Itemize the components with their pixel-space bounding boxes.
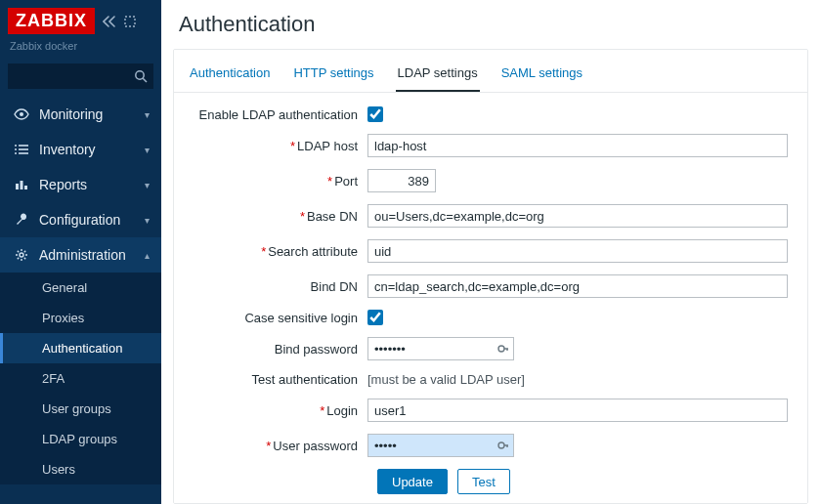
chevron-down-icon: ▾ [145, 109, 150, 120]
collapse-icon[interactable] [103, 16, 116, 27]
page-title: Authentication [179, 12, 802, 37]
binddn-input[interactable] [367, 274, 788, 298]
chevron-up-icon: ▴ [145, 250, 150, 261]
chevron-down-icon: ▾ [145, 215, 150, 226]
wrench-icon [12, 213, 31, 227]
label-ldap-host: *LDAP host [192, 139, 367, 153]
test-button[interactable]: Test [457, 469, 510, 494]
tab-authentication[interactable]: Authentication [188, 60, 272, 92]
list-icon [12, 144, 31, 155]
subnav-2fa[interactable]: 2FA [0, 363, 161, 394]
eye-icon [12, 108, 31, 120]
subnav-general[interactable]: General [0, 273, 161, 303]
basedn-input[interactable] [367, 204, 788, 228]
nav-label: Monitoring [39, 106, 103, 122]
brand-logo: ZABBIX [8, 8, 95, 34]
admin-subnav: General Proxies Authentication 2FA User … [0, 273, 161, 484]
expand-icon[interactable] [124, 16, 136, 27]
label-searchattr: *Search attribute [192, 244, 367, 259]
port-input[interactable] [367, 169, 436, 192]
svg-point-13 [20, 253, 23, 257]
tab-http-settings[interactable]: HTTP settings [291, 60, 375, 92]
label-bindpw: Bind password [192, 342, 367, 357]
searchattr-input[interactable] [367, 239, 788, 263]
chevron-down-icon: ▾ [145, 145, 150, 155]
label-login: *Login [192, 403, 367, 418]
enable-ldap-checkbox[interactable] [367, 106, 383, 122]
subnav-ldap-groups[interactable]: LDAP groups [0, 424, 161, 454]
chart-icon [12, 179, 31, 190]
subnav-user-groups[interactable]: User groups [0, 394, 161, 424]
nav-administration[interactable]: Administration ▴ [0, 237, 161, 273]
chevron-down-icon: ▾ [145, 180, 150, 190]
nav-configuration[interactable]: Configuration ▾ [0, 202, 161, 237]
tabs: Authentication HTTP settings LDAP settin… [174, 50, 807, 93]
nav: Monitoring ▾ Inventory ▾ R [0, 97, 161, 484]
svg-point-3 [20, 112, 23, 116]
login-input[interactable] [367, 399, 788, 422]
nav-label: Inventory [39, 142, 96, 157]
subnav-authentication[interactable]: Authentication [0, 333, 161, 363]
main: Authentication Authentication HTTP setti… [161, 0, 820, 504]
nav-label: Administration [39, 247, 126, 263]
label-casesens: Case sensitive login [192, 311, 367, 325]
nav-label: Reports [39, 177, 87, 192]
ldap-host-input[interactable] [367, 134, 788, 157]
gear-icon [12, 248, 31, 262]
search-input[interactable] [8, 63, 153, 89]
tab-saml-settings[interactable]: SAML settings [499, 60, 584, 92]
nav-inventory[interactable]: Inventory ▾ [0, 132, 161, 167]
nav-label: Configuration [39, 212, 120, 228]
label-enable-ldap: Enable LDAP authentication [192, 107, 367, 122]
server-name: Zabbix docker [10, 40, 153, 52]
label-port: *Port [192, 174, 367, 189]
sidebar: ZABBIX Zabbix docker [0, 0, 161, 504]
casesens-checkbox[interactable] [367, 310, 383, 325]
svg-rect-12 [24, 186, 27, 189]
tab-ldap-settings[interactable]: LDAP settings [396, 60, 480, 92]
svg-rect-10 [16, 184, 19, 189]
ldap-form: Enable LDAP authentication *LDAP host *P… [174, 93, 807, 494]
label-binddn: Bind DN [192, 279, 367, 294]
label-testauth: Test authentication [192, 372, 367, 387]
nav-monitoring[interactable]: Monitoring ▾ [0, 97, 161, 132]
bindpw-input[interactable] [367, 337, 514, 360]
userpw-input[interactable] [367, 434, 514, 457]
label-basedn: *Base DN [192, 209, 367, 224]
subnav-users[interactable]: Users [0, 454, 161, 484]
svg-rect-11 [21, 181, 23, 189]
update-button[interactable]: Update [377, 469, 448, 494]
nav-reports[interactable]: Reports ▾ [0, 167, 161, 202]
svg-rect-0 [125, 17, 135, 26]
subnav-proxies[interactable]: Proxies [0, 303, 161, 333]
label-userpw: *User password [192, 439, 367, 453]
testauth-hint: [must be a valid LDAP user] [367, 372, 525, 387]
